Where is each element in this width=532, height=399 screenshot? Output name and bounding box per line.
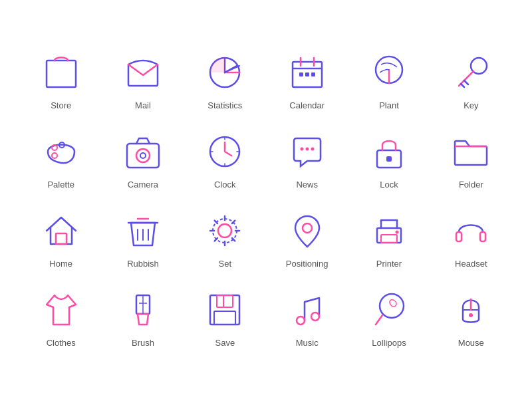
svg-rect-25 — [381, 235, 397, 243]
clothes-label: Clothes — [47, 338, 76, 348]
clock-item[interactable]: Clock — [184, 124, 266, 196]
printer-label: Printer — [376, 259, 402, 269]
lollipops-label: Lollipops — [372, 338, 406, 348]
lock-icon — [368, 130, 410, 173]
mouse-item[interactable]: Mouse — [430, 282, 512, 354]
svg-point-15 — [300, 148, 303, 151]
clothes-item[interactable]: Clothes — [20, 282, 102, 354]
lock-label: Lock — [380, 180, 398, 190]
key-icon — [450, 51, 492, 94]
palette-item[interactable]: Palette — [20, 124, 102, 196]
svg-rect-4 — [305, 72, 309, 76]
music-label: Music — [296, 338, 319, 348]
palette-icon — [40, 130, 82, 173]
music-item[interactable]: Music — [266, 282, 348, 354]
mouse-icon — [450, 289, 492, 331]
key-label: Key — [464, 100, 478, 110]
printer-icon — [368, 209, 410, 252]
home-label: Home — [49, 259, 72, 269]
headset-label: Headset — [455, 259, 487, 269]
news-icon — [286, 130, 329, 173]
svg-rect-19 — [386, 156, 392, 162]
calendar-label: Calendar — [289, 100, 325, 110]
svg-rect-28 — [480, 232, 485, 241]
save-item[interactable]: Save — [184, 282, 266, 354]
clothes-icon — [40, 289, 82, 331]
headset-icon — [450, 209, 492, 252]
clock-icon — [203, 130, 246, 173]
set-label: Set — [219, 259, 232, 269]
plant-item[interactable]: Plant — [348, 45, 430, 117]
svg-point-26 — [395, 231, 398, 234]
svg-rect-31 — [217, 295, 233, 307]
headset-item[interactable]: Headset — [430, 203, 512, 275]
news-item[interactable]: News — [266, 124, 348, 196]
brush-icon — [122, 289, 164, 331]
calendar-icon — [286, 51, 329, 94]
news-label: News — [296, 180, 318, 190]
statistics-icon — [203, 51, 246, 94]
brush-label: Brush — [132, 338, 154, 348]
save-label: Save — [215, 338, 235, 348]
svg-point-12 — [136, 149, 150, 162]
camera-icon — [122, 130, 164, 173]
camera-label: Camera — [128, 180, 158, 190]
home-icon — [40, 209, 82, 252]
palette-label: Palette — [47, 180, 74, 190]
svg-rect-20 — [56, 233, 66, 244]
svg-point-22 — [213, 219, 237, 243]
lollipops-icon — [368, 289, 410, 331]
lock-item[interactable]: Lock — [348, 124, 430, 196]
positioning-label: Positioning — [286, 259, 329, 269]
positioning-item[interactable]: Positioning — [266, 203, 348, 275]
save-icon — [203, 289, 246, 331]
set-item[interactable]: Set — [184, 203, 266, 275]
svg-rect-0 — [47, 61, 76, 87]
mail-label: Mail — [135, 100, 151, 110]
svg-point-36 — [469, 313, 473, 317]
svg-point-21 — [218, 224, 231, 237]
plant-label: Plant — [379, 100, 399, 110]
store-label: Store — [51, 100, 71, 110]
svg-point-23 — [303, 223, 312, 233]
rubbish-icon — [122, 209, 164, 252]
rubbish-item[interactable]: Rubbish — [102, 203, 184, 275]
lollipops-item[interactable]: Lollipops — [348, 282, 430, 354]
folder-label: Folder — [459, 180, 483, 190]
store-item[interactable]: Store — [20, 45, 102, 117]
svg-point-34 — [311, 313, 319, 321]
folder-item[interactable]: Folder — [430, 124, 512, 196]
svg-point-13 — [140, 153, 146, 158]
svg-rect-11 — [127, 144, 159, 168]
svg-point-17 — [311, 148, 314, 151]
svg-rect-3 — [299, 72, 303, 76]
positioning-icon — [286, 209, 329, 252]
clock-label: Clock — [214, 180, 236, 190]
printer-item[interactable]: Printer — [348, 203, 430, 275]
camera-item[interactable]: Camera — [102, 124, 184, 196]
brush-item[interactable]: Brush — [102, 282, 184, 354]
mail-icon — [122, 51, 164, 94]
rubbish-label: Rubbish — [127, 259, 159, 269]
mouse-label: Mouse — [458, 338, 484, 348]
music-icon — [286, 289, 329, 331]
svg-rect-5 — [311, 72, 315, 76]
plant-icon — [368, 51, 410, 94]
home-item[interactable]: Home — [20, 203, 102, 275]
statistics-label: Statistics — [207, 100, 242, 110]
store-icon — [40, 51, 82, 94]
svg-point-9 — [52, 153, 57, 158]
svg-rect-32 — [214, 311, 235, 325]
mail-item[interactable]: Mail — [102, 45, 184, 117]
icon-grid: Store Mail Statistics C — [0, 31, 532, 368]
svg-point-16 — [305, 148, 309, 151]
set-icon — [203, 209, 246, 252]
key-item[interactable]: Key — [430, 45, 512, 117]
statistics-item[interactable]: Statistics — [184, 45, 266, 117]
svg-point-33 — [297, 317, 305, 325]
folder-icon — [450, 130, 492, 173]
calendar-item[interactable]: Calendar — [266, 45, 348, 117]
svg-rect-27 — [456, 232, 462, 241]
